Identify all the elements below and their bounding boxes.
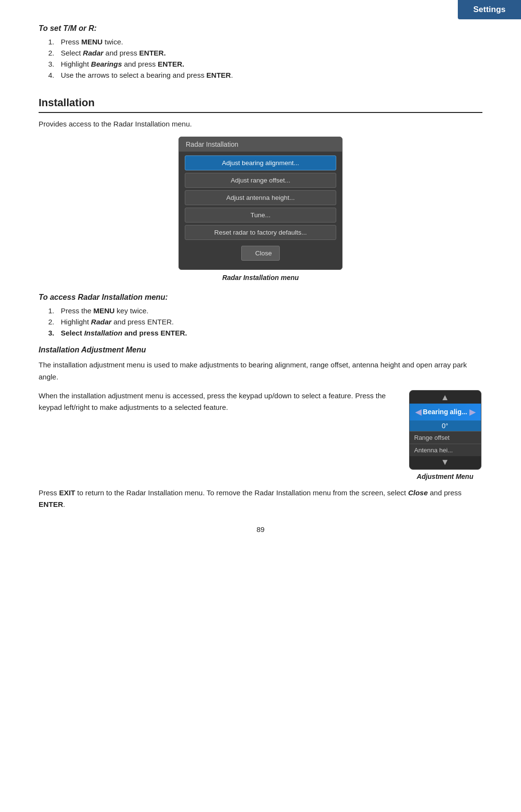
close-italic: Close: [408, 489, 428, 497]
radar-menu-item-2: Adjust range offset...: [185, 173, 336, 188]
exit-bold: EXIT: [59, 489, 75, 497]
adjustment-section: Installation Adjustment Menu The install…: [39, 346, 482, 511]
enter-bold: ENTER.: [139, 49, 166, 57]
adj-widget-label: Bearing alig...: [423, 408, 467, 416]
adj-up-arrow-icon: ▲: [410, 391, 481, 404]
tm-step-2: 2. Select Radar and press ENTER.: [48, 49, 482, 57]
adjustment-para1: The installation adjustment menu is used…: [39, 359, 482, 383]
radar-menu-item-4: Tune...: [185, 208, 336, 223]
step-text: Highlight Radar and press ENTER.: [61, 318, 174, 326]
enter-bold: ENTER.: [158, 60, 184, 68]
radar-menu-container: Radar Installation Adjust bearing alignm…: [178, 137, 343, 281]
radar-menu-box: Radar Installation Adjust bearing alignm…: [178, 137, 343, 270]
radar-label: Radar: [91, 318, 112, 326]
adj-sub-item-2: Antenna hei...: [410, 444, 481, 456]
menu-bold: MENU: [82, 38, 103, 46]
step-text: Select Radar and press ENTER.: [61, 49, 166, 57]
adj-widget-value: 0°: [410, 420, 481, 431]
adj-widget-box: ▲ ◀ Bearing alig... ▶ 0° Range offset An…: [409, 390, 481, 470]
access-step-1: 1. Press the MENU key twice.: [48, 307, 482, 315]
step-num: 1.: [48, 307, 61, 315]
adj-sub-items: Range offset Antenna hei...: [410, 431, 481, 456]
step-text: Press MENU twice.: [61, 38, 123, 46]
step-text: Highlight Bearings and press ENTER.: [61, 60, 184, 68]
access-steps-list: 1. Press the MENU key twice. 2. Highligh…: [39, 307, 482, 337]
step-num: 4.: [48, 71, 61, 79]
radar-menu-caption: Radar Installation menu: [222, 274, 299, 281]
tm-steps-list: 1. Press MENU twice. 2. Select Radar and…: [39, 38, 482, 79]
installation-section: Installation Provides access to the Rada…: [39, 97, 482, 281]
step-text: Use the arrows to select a bearing and p…: [61, 71, 233, 79]
adjustment-section-title: Installation Adjustment Menu: [39, 346, 482, 354]
step-num: 3.: [48, 329, 61, 337]
adjustment-para3: Press EXIT to return to the Radar Instal…: [39, 487, 482, 511]
step-num: 2.: [48, 49, 61, 57]
installation-heading: Installation: [39, 97, 482, 113]
access-step-2: 2. Highlight Radar and press ENTER.: [48, 318, 482, 326]
access-section: To access Radar Installation menu: 1. Pr…: [39, 293, 482, 337]
adj-left-arrow-icon: ◀: [415, 407, 421, 417]
tm-step-3: 3. Highlight Bearings and press ENTER.: [48, 60, 482, 68]
step-text: Press the MENU key twice.: [61, 307, 149, 315]
step-num: 1.: [48, 38, 61, 46]
tm-section-title: To set T/M or R:: [39, 24, 482, 33]
step-num: 3.: [48, 60, 61, 68]
adj-widget-main: ◀ Bearing alig... ▶: [410, 404, 481, 420]
radar-menu-item-3: Adjust antenna height...: [185, 190, 336, 205]
adj-down-arrow-icon: ▼: [410, 456, 481, 469]
adjustment-body-row: When the installation adjustment menu is…: [39, 390, 482, 480]
installation-label: Installation: [84, 329, 122, 337]
adjustment-para2: When the installation adjustment menu is…: [39, 390, 398, 413]
bearings-label: Bearings: [91, 60, 122, 68]
enter-bold: ENTER: [206, 71, 231, 79]
step-text: Select Installation and press ENTER.: [61, 329, 187, 337]
radar-menu-title: Radar Installation: [179, 137, 342, 152]
tm-step-4: 4. Use the arrows to select a bearing an…: [48, 71, 482, 79]
menu-bold: MENU: [94, 307, 115, 315]
adj-sub-item-1: Range offset: [410, 431, 481, 444]
radar-menu-close-button[interactable]: Close: [241, 246, 280, 261]
step-num: 2.: [48, 318, 61, 326]
radar-label: Radar: [83, 49, 104, 57]
radar-menu-item-1: Adjust bearing alignment...: [185, 155, 336, 170]
access-step-3: 3. Select Installation and press ENTER.: [48, 329, 482, 337]
settings-tab: Settings: [458, 0, 521, 19]
radar-menu-items: Adjust bearing alignment... Adjust range…: [179, 152, 342, 244]
radar-menu-item-5: Reset radar to factory defaults...: [185, 225, 336, 240]
enter-bold: ENTER: [39, 500, 63, 508]
adjustment-widget: ▲ ◀ Bearing alig... ▶ 0° Range offset An…: [408, 390, 482, 480]
adj-widget-caption: Adjustment Menu: [417, 473, 473, 480]
access-section-title: To access Radar Installation menu:: [39, 293, 482, 302]
page-number: 89: [39, 525, 482, 533]
installation-desc: Provides access to the Radar Installatio…: [39, 120, 482, 128]
enter-bold: ENTER: [161, 329, 185, 337]
tm-step-1: 1. Press MENU twice.: [48, 38, 482, 46]
tm-section: To set T/M or R: 1. Press MENU twice. 2.…: [39, 24, 482, 79]
adj-right-arrow-icon: ▶: [469, 407, 475, 417]
